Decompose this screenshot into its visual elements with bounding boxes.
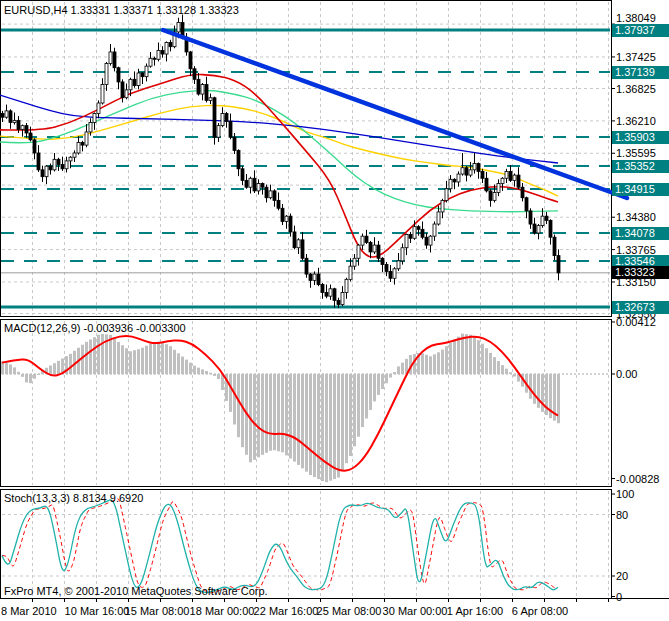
macd-histogram-bar xyxy=(237,374,240,437)
macd-histogram-bar xyxy=(453,340,456,374)
macd-histogram-bar xyxy=(537,374,540,408)
macd-axis-label: 0.00 xyxy=(616,368,637,380)
candle-body xyxy=(225,114,228,122)
macd-histogram-bar xyxy=(305,374,308,472)
candle-body xyxy=(193,69,196,80)
price-level-label: 1.35352 xyxy=(612,160,669,173)
macd-histogram-bar xyxy=(189,363,192,374)
macd-histogram-bar xyxy=(161,342,164,374)
macd-histogram-bar xyxy=(321,374,324,481)
time-axis-label: 30 Mar 00:00 xyxy=(383,605,448,617)
candle-body xyxy=(401,248,404,261)
candle-body xyxy=(337,300,340,304)
macd-histogram-bar xyxy=(129,351,132,374)
macd-indicator-label: MACD(12,26,9) -0.003936 -0.003300 xyxy=(4,322,186,334)
stoch-k-line xyxy=(2,500,558,593)
macd-histogram-bar xyxy=(157,342,160,374)
macd-histogram-bar xyxy=(477,340,480,374)
candle-body xyxy=(129,79,132,90)
candle-body xyxy=(353,258,356,266)
candle-body xyxy=(501,178,504,183)
candle-body xyxy=(493,192,496,200)
candle-body xyxy=(73,153,76,157)
candle-body xyxy=(365,236,368,242)
candle-body xyxy=(25,126,28,133)
chart-title-ohlc: EURUSD,H4 1.33331 1.33371 1.33128 1.3332… xyxy=(4,4,239,16)
macd-histogram-bar xyxy=(457,337,460,374)
candle-body xyxy=(213,98,216,137)
macd-histogram-bar xyxy=(257,374,260,457)
macd-histogram-bar xyxy=(373,374,376,401)
macd-histogram-bar xyxy=(425,355,428,374)
macd-histogram-bar xyxy=(285,374,288,455)
candle-body xyxy=(429,236,432,245)
macd-histogram-bar xyxy=(89,339,92,374)
candle-body xyxy=(489,191,492,200)
candle-body xyxy=(5,111,8,117)
macd-histogram-bar xyxy=(169,346,172,374)
candle-body xyxy=(221,114,224,126)
macd-histogram-bar xyxy=(177,353,180,374)
chart-canvas[interactable] xyxy=(0,0,669,621)
candle-body xyxy=(305,258,308,274)
candle-body xyxy=(273,191,276,200)
macd-histogram-bar xyxy=(513,374,516,377)
candle-body xyxy=(377,245,380,258)
macd-histogram-bar xyxy=(385,374,388,383)
candle-body xyxy=(409,235,412,239)
macd-histogram-bar xyxy=(181,357,184,374)
candle-body xyxy=(433,224,436,236)
candle-body xyxy=(85,132,88,145)
price-level-label: 1.34915 xyxy=(612,183,669,196)
macd-histogram-bar xyxy=(433,354,436,374)
candle-body xyxy=(53,159,56,170)
candle-body xyxy=(261,184,264,188)
candle-body xyxy=(165,42,168,54)
macd-histogram-bar xyxy=(493,357,496,374)
candle-body xyxy=(473,164,476,170)
macd-histogram-bar xyxy=(469,335,472,374)
macd-histogram-bar xyxy=(137,349,140,374)
macd-histogram-bar xyxy=(273,374,276,450)
trendline[interactable] xyxy=(163,30,627,198)
candle-body xyxy=(285,216,288,221)
macd-histogram-bar xyxy=(57,361,60,374)
candle-body xyxy=(169,42,172,46)
macd-histogram-bar xyxy=(277,374,280,451)
macd-histogram-bar xyxy=(93,337,96,374)
macd-histogram-bar xyxy=(341,374,344,470)
candle-body xyxy=(81,142,84,145)
macd-histogram-bar xyxy=(49,366,52,374)
candle-body xyxy=(509,171,512,180)
macd-histogram-bar xyxy=(197,368,200,374)
macd-histogram-bar xyxy=(401,363,404,374)
candle-body xyxy=(481,171,484,178)
macd-histogram-bar xyxy=(489,353,492,374)
macd-histogram-bar xyxy=(357,374,360,437)
macd-histogram-bar xyxy=(17,372,20,374)
candle-body xyxy=(545,216,548,220)
candle-body xyxy=(121,82,124,98)
stoch-axis-label: 20 xyxy=(616,570,628,582)
candle-body xyxy=(549,220,552,237)
candle-body xyxy=(461,168,464,174)
macd-histogram-bar xyxy=(505,369,508,374)
macd-histogram-bar xyxy=(269,374,272,451)
candle-body xyxy=(381,258,384,264)
macd-histogram-bar xyxy=(397,366,400,374)
macd-histogram-bar xyxy=(481,344,484,374)
candle-body xyxy=(293,232,296,248)
candle-body xyxy=(77,142,80,153)
candle-body xyxy=(413,227,416,239)
price-level-label: 1.37139 xyxy=(612,66,669,79)
candle-body xyxy=(529,211,532,224)
macd-histogram-bar xyxy=(101,334,104,374)
candle-body xyxy=(97,103,100,114)
candle-body xyxy=(513,175,516,180)
macd-histogram-bar xyxy=(429,356,432,374)
macd-histogram-bar xyxy=(325,374,328,482)
candle-body xyxy=(117,68,120,82)
candle-body xyxy=(233,137,236,150)
candle-body xyxy=(325,292,328,296)
time-axis-label: 10 Mar 16:00 xyxy=(65,605,130,617)
